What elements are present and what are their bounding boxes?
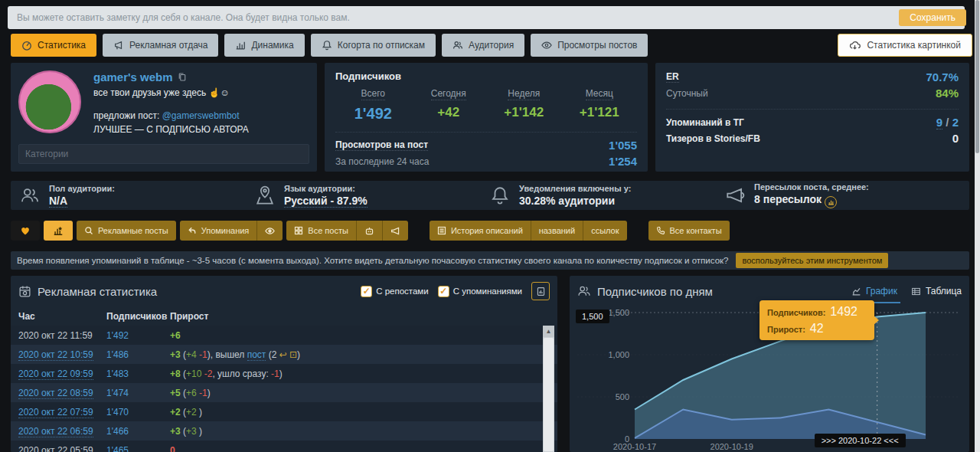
column-growth: Прирост bbox=[170, 311, 557, 322]
svg-text:500: 500 bbox=[616, 392, 629, 401]
mentions-secondary[interactable]: 2 bbox=[952, 116, 959, 129]
scrollbar-thumb[interactable] bbox=[975, 0, 979, 153]
table-view-tab[interactable]: Таблица bbox=[911, 286, 962, 296]
row-subscribers: 1'492 bbox=[106, 330, 170, 341]
audience-label: Уведомления включены у: bbox=[519, 184, 631, 193]
scroll-up-arrow-icon[interactable]: ▲ bbox=[543, 326, 554, 337]
row-time-link[interactable]: 2020 окт 22 10:59 bbox=[18, 349, 93, 361]
er-daily-value: 84% bbox=[936, 87, 959, 100]
stat-label-week[interactable]: Неделя bbox=[508, 88, 540, 100]
button-label: Все контакты bbox=[670, 226, 722, 235]
calendar-icon bbox=[18, 285, 31, 298]
save-note-button[interactable]: Сохранить bbox=[899, 9, 966, 26]
tab-statistics[interactable]: Статистика bbox=[11, 34, 96, 57]
chart-title: Подписчиков по дням bbox=[597, 285, 713, 298]
megaphone-icon bbox=[390, 226, 400, 236]
ad-posts-button[interactable]: Рекламные посты bbox=[77, 221, 176, 241]
table-scrollbar[interactable]: ▲ bbox=[543, 326, 554, 452]
horn-icon bbox=[113, 40, 124, 51]
awards-button[interactable] bbox=[44, 221, 73, 241]
stat-value-week: +1'142 bbox=[486, 105, 562, 120]
all-posts-button[interactable]: Все посты bbox=[286, 221, 356, 241]
actions-toolbar: Рекламные посты Упоминания Все посты Ист… bbox=[11, 221, 969, 241]
channel-bot-link[interactable]: @gamerswebmbot bbox=[162, 110, 240, 121]
views-per-post-label[interactable]: Просмотров на пост bbox=[335, 139, 428, 151]
people-icon bbox=[577, 284, 591, 298]
ads-of-channel-button[interactable] bbox=[382, 221, 408, 241]
row-time-link[interactable]: 2020 окт 22 06:59 bbox=[18, 426, 93, 437]
column-hour: Час bbox=[18, 311, 106, 322]
links-history-button[interactable]: ссылок bbox=[583, 221, 626, 241]
table-row: 2020 окт 22 05:591'4650 bbox=[11, 441, 557, 452]
tab-audience[interactable]: Аудитория bbox=[442, 34, 524, 57]
row-subscribers: 1'483 bbox=[106, 368, 170, 379]
scrollbar-thumb[interactable] bbox=[544, 338, 554, 451]
map-pin-icon bbox=[255, 185, 275, 205]
checkbox-label: С репостами bbox=[376, 287, 429, 296]
tooltip-value: 42 bbox=[810, 322, 824, 336]
search-icon bbox=[84, 226, 93, 235]
list-icon bbox=[437, 226, 446, 235]
audience-gender-value[interactable]: N/A bbox=[49, 195, 67, 208]
row-time-link[interactable]: 2020 окт 22 07:59 bbox=[18, 407, 93, 418]
y-axis-badge: 1,500 bbox=[576, 310, 609, 323]
tab-post-views[interactable]: Просмотры постов bbox=[531, 34, 648, 57]
tab-ad-performance[interactable]: Рекламная отдача bbox=[103, 34, 218, 57]
bot-posts-button[interactable] bbox=[356, 221, 382, 241]
checkbox-check-icon: ✓ bbox=[438, 286, 449, 297]
stat-label-today[interactable]: Сегодня bbox=[431, 88, 466, 100]
channel-avatar[interactable] bbox=[18, 70, 81, 133]
row-growth: +6 bbox=[170, 330, 557, 341]
table-icon bbox=[911, 287, 921, 296]
column-subscribers: Подписчиков bbox=[106, 311, 170, 322]
mentions-count-link[interactable]: 9 bbox=[936, 116, 942, 129]
export-report-button[interactable] bbox=[531, 282, 550, 300]
descriptions-history-button[interactable]: История описаний bbox=[430, 221, 531, 241]
eye-icon bbox=[541, 40, 552, 51]
post-link[interactable]: пост bbox=[247, 349, 266, 361]
channel-note-input[interactable] bbox=[8, 6, 965, 29]
mentions-views-button[interactable] bbox=[256, 221, 283, 241]
checkbox-label: С упоминаниями bbox=[453, 287, 522, 296]
phone-icon bbox=[656, 226, 665, 235]
mentions-button[interactable]: Упоминания bbox=[180, 221, 257, 241]
with-reposts-checkbox[interactable]: ✓С репостами bbox=[361, 286, 429, 297]
stat-label-month[interactable]: Месяц bbox=[586, 88, 613, 100]
stats-as-image-button[interactable]: Статистика картинкой bbox=[838, 34, 972, 57]
channel-suggest-line: предложи пост: @gamerswebmbot bbox=[93, 110, 249, 121]
names-history-button[interactable]: названий bbox=[531, 221, 583, 241]
use-tool-button[interactable]: воспользуйтесь этим инструментом bbox=[736, 253, 888, 268]
row-time-link[interactable]: 2020 окт 22 09:59 bbox=[18, 368, 93, 380]
teasers-label: Тизеров в Stories/FB bbox=[666, 133, 760, 144]
audience-language-value[interactable]: Русский - 87.9% bbox=[284, 195, 368, 208]
stat-label-total[interactable]: Всего bbox=[361, 88, 385, 100]
audience-gender-item: Пол аудитории: N/A bbox=[20, 184, 255, 208]
tab-unsubscribe-cohort[interactable]: Когорта по отпискам bbox=[311, 34, 436, 57]
channel-title-link[interactable]: gamer's webm bbox=[93, 70, 173, 84]
button-label: Упоминания bbox=[201, 226, 250, 235]
page-scrollbar[interactable] bbox=[975, 0, 980, 452]
er-label[interactable]: ER bbox=[666, 71, 679, 83]
chart-star-icon bbox=[53, 225, 64, 236]
contacts-group: Все контакты bbox=[648, 221, 730, 241]
note-bar: Сохранить bbox=[8, 6, 972, 29]
row-time-link[interactable]: 2020 окт 22 08:59 bbox=[18, 388, 93, 399]
audience-notifications-value: 30.28% аудитории bbox=[519, 195, 631, 207]
tooltip-value: 1492 bbox=[830, 305, 858, 319]
categories-input[interactable] bbox=[18, 144, 309, 164]
table-header: Час Подписчиков Прирост bbox=[11, 306, 557, 326]
chart-view-tab[interactable]: График bbox=[851, 286, 897, 296]
button-label: Все посты bbox=[308, 226, 348, 235]
tab-dynamics[interactable]: Динамика bbox=[224, 34, 304, 57]
heart-icon bbox=[20, 226, 31, 236]
forwards-chart-icon[interactable] bbox=[825, 196, 837, 208]
with-mentions-checkbox[interactable]: ✓С упоминаниями bbox=[438, 286, 522, 297]
views-24h-value: 1'254 bbox=[609, 155, 637, 168]
favorite-button[interactable] bbox=[11, 221, 40, 241]
people-icon bbox=[452, 40, 463, 51]
subscribers-chart[interactable]: 1,500 05001,0001,5002020-10-172020-10-19… bbox=[570, 306, 969, 452]
button-label: ссылок bbox=[591, 226, 619, 235]
audience-label: Пересылок поста, среднее: bbox=[754, 182, 869, 192]
all-contacts-button[interactable]: Все контакты bbox=[648, 221, 730, 241]
copy-icon[interactable] bbox=[178, 72, 187, 82]
